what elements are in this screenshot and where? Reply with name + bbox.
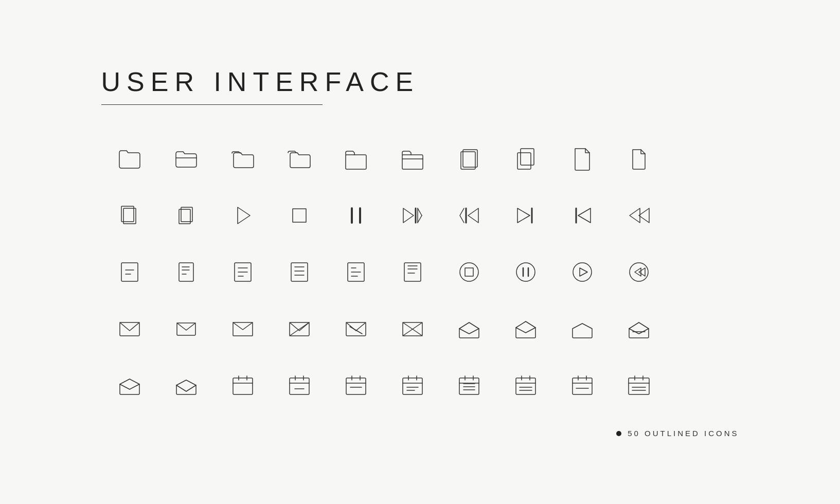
svg-rect-32 bbox=[179, 263, 193, 281]
icon-mail-x-1 bbox=[271, 300, 328, 357]
icon-folder-open bbox=[158, 131, 215, 187]
icon-file-minus-2 bbox=[158, 244, 215, 300]
svg-rect-100 bbox=[516, 378, 535, 394]
icon-mail-open-x bbox=[611, 300, 667, 357]
icon-mail-open-bottom-1 bbox=[101, 357, 158, 413]
icon-skip-back bbox=[441, 187, 497, 244]
icon-copy-pages bbox=[441, 131, 497, 187]
icon-calendar-detail bbox=[497, 357, 554, 413]
svg-marker-12 bbox=[238, 207, 250, 224]
icon-circle-play bbox=[554, 244, 611, 300]
icon-stop bbox=[271, 187, 328, 244]
svg-marker-58 bbox=[580, 268, 587, 276]
icon-circle-stop bbox=[441, 244, 497, 300]
icon-step-forward bbox=[497, 187, 554, 244]
svg-marker-25 bbox=[578, 208, 591, 223]
svg-rect-82 bbox=[346, 378, 366, 394]
icon-document-small bbox=[611, 131, 667, 187]
icon-calendar-simple bbox=[328, 357, 384, 413]
svg-rect-53 bbox=[465, 268, 473, 276]
title-underline bbox=[101, 104, 323, 105]
icon-file-minus bbox=[101, 244, 158, 300]
svg-marker-28 bbox=[639, 208, 649, 223]
icon-mail-x-3 bbox=[384, 300, 441, 357]
svg-rect-106 bbox=[573, 378, 592, 394]
icon-copy-pages-2 bbox=[497, 131, 554, 187]
svg-rect-2 bbox=[402, 155, 423, 169]
svg-marker-16 bbox=[403, 208, 414, 223]
icon-rewind bbox=[611, 187, 667, 244]
icon-file-list-3 bbox=[328, 244, 384, 300]
icon-pause bbox=[328, 187, 384, 244]
icon-document-copy-2 bbox=[158, 187, 215, 244]
svg-rect-40 bbox=[291, 263, 308, 281]
icon-calendar-empty bbox=[215, 357, 271, 413]
icon-circle-rewind bbox=[611, 244, 667, 300]
icon-file-list-2 bbox=[271, 244, 328, 300]
svg-marker-21 bbox=[468, 208, 478, 223]
svg-marker-60 bbox=[635, 268, 641, 276]
icon-mail-open-bottom-2 bbox=[158, 357, 215, 413]
title-section: USER INTERFACE bbox=[101, 66, 739, 105]
svg-rect-6 bbox=[521, 149, 534, 165]
svg-rect-1 bbox=[346, 155, 366, 169]
svg-rect-111 bbox=[629, 378, 649, 394]
icon-mail-open-1 bbox=[441, 300, 497, 357]
svg-point-54 bbox=[516, 263, 535, 281]
page-title: USER INTERFACE bbox=[101, 66, 739, 97]
icon-calendar-wide bbox=[611, 357, 667, 413]
icon-document bbox=[554, 131, 611, 187]
icon-mail-3 bbox=[215, 300, 271, 357]
icon-document-copy bbox=[101, 187, 158, 244]
svg-rect-13 bbox=[293, 209, 306, 222]
svg-line-19 bbox=[418, 215, 422, 223]
svg-rect-29 bbox=[121, 263, 138, 281]
icon-play bbox=[215, 187, 271, 244]
main-container: USER INTERFACE bbox=[60, 35, 780, 469]
footer-label: 50 OUTLINED ICONS bbox=[628, 429, 739, 438]
icon-mail-2 bbox=[158, 300, 215, 357]
icon-grid bbox=[101, 131, 739, 413]
svg-line-68 bbox=[350, 327, 362, 334]
svg-rect-87 bbox=[403, 378, 422, 394]
icon-mail-x-2 bbox=[328, 300, 384, 357]
icon-file-list bbox=[215, 244, 271, 300]
icon-skip-forward bbox=[384, 187, 441, 244]
footer: 50 OUTLINED ICONS bbox=[101, 429, 739, 438]
svg-marker-27 bbox=[630, 208, 640, 223]
icon-calendar-lines bbox=[384, 357, 441, 413]
svg-marker-61 bbox=[639, 268, 645, 276]
svg-point-57 bbox=[573, 263, 592, 281]
svg-rect-73 bbox=[233, 378, 253, 394]
icon-calendar-full bbox=[441, 357, 497, 413]
icon-file-list-4 bbox=[384, 244, 441, 300]
icon-mail-open-2 bbox=[497, 300, 554, 357]
svg-rect-7 bbox=[517, 153, 531, 169]
icon-folder-tab-open bbox=[384, 131, 441, 187]
icon-folder-simple bbox=[101, 131, 158, 187]
svg-rect-77 bbox=[290, 378, 309, 394]
icon-mail-open-3 bbox=[554, 300, 611, 357]
icon-step-back bbox=[554, 187, 611, 244]
icon-folder-tab bbox=[328, 131, 384, 187]
icon-folder-double bbox=[271, 131, 328, 187]
svg-marker-23 bbox=[517, 208, 530, 223]
icon-circle-pause bbox=[497, 244, 554, 300]
icon-calendar-remove bbox=[554, 357, 611, 413]
svg-point-52 bbox=[460, 263, 478, 281]
icon-mail-1 bbox=[101, 300, 158, 357]
footer-dot bbox=[616, 431, 621, 436]
icon-calendar-minus bbox=[271, 357, 328, 413]
svg-line-18 bbox=[418, 208, 422, 215]
svg-rect-93 bbox=[459, 378, 479, 394]
icon-folder-stacked bbox=[215, 131, 271, 187]
